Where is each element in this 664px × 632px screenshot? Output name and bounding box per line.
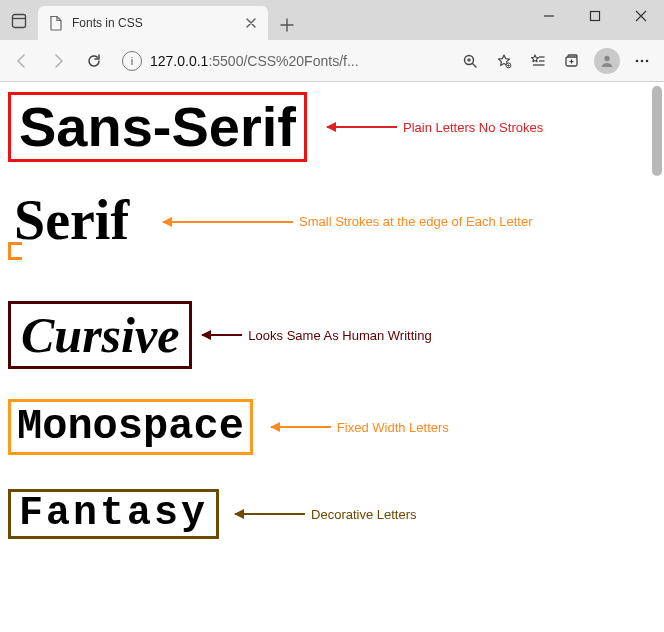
plus-icon <box>280 18 294 32</box>
toolbar-right <box>454 45 658 77</box>
arrow-left-icon <box>235 513 305 515</box>
vertical-scrollbar-thumb[interactable] <box>652 86 662 176</box>
arrow-left-icon <box>327 126 397 128</box>
browser-tab-active[interactable]: Fonts in CSS <box>38 6 268 40</box>
annotation-fantasy: Decorative Letters <box>235 507 417 522</box>
font-row-sans-serif: Sans-Serif Plain Letters No Strokes <box>8 92 656 162</box>
page-viewport: Sans-Serif Plain Letters No Strokes Seri… <box>0 82 664 632</box>
document-icon <box>48 15 64 31</box>
url-text: 127.0.0.1:5500/CSS%20Fonts/f... <box>150 53 446 69</box>
zoom-icon <box>462 53 478 69</box>
window-controls <box>526 0 664 32</box>
favorite-button[interactable] <box>488 45 520 77</box>
font-row-fantasy: Fantasy Decorative Letters <box>8 489 656 539</box>
tabs-panel-icon <box>11 13 27 29</box>
window-titlebar: Fonts in CSS <box>0 0 664 40</box>
svg-line-5 <box>473 63 477 67</box>
profile-button[interactable] <box>594 48 620 74</box>
arrow-right-icon <box>50 53 66 69</box>
tab-close-button[interactable] <box>242 14 260 32</box>
star-plus-icon <box>496 53 512 69</box>
back-button[interactable] <box>6 45 38 77</box>
arrow-left-icon <box>163 221 293 223</box>
zoom-button[interactable] <box>454 45 486 77</box>
browser-toolbar: i 127.0.0.1:5500/CSS%20Fonts/f... <box>0 40 664 82</box>
close-icon <box>246 18 256 28</box>
reload-button[interactable] <box>78 45 110 77</box>
annotation-sans-serif: Plain Letters No Strokes <box>327 120 543 135</box>
annotation-monospace: Fixed Width Letters <box>271 420 449 435</box>
tab-title: Fonts in CSS <box>72 16 234 30</box>
new-tab-button[interactable] <box>272 10 302 40</box>
svg-point-19 <box>641 59 644 62</box>
minimize-icon <box>543 10 555 22</box>
maximize-icon <box>589 10 601 22</box>
dots-icon <box>634 53 650 69</box>
forward-button[interactable] <box>42 45 74 77</box>
highlight-bracket <box>8 242 22 260</box>
annotation-cursive: Looks Same As Human Writting <box>202 328 431 343</box>
sample-sans-serif: Sans-Serif <box>8 92 307 162</box>
window-minimize-button[interactable] <box>526 0 572 32</box>
svg-rect-0 <box>13 15 26 28</box>
collections-icon <box>564 53 580 69</box>
arrow-left-icon <box>271 426 331 428</box>
svg-rect-3 <box>591 12 600 21</box>
close-icon <box>635 10 647 22</box>
menu-button[interactable] <box>626 45 658 77</box>
sample-monospace: Monospace <box>8 399 253 455</box>
annotation-serif: Small Strokes at the edge of Each Letter <box>163 214 532 229</box>
font-row-serif: Serif Small Strokes at the edge of Each … <box>8 192 656 251</box>
favorites-list-button[interactable] <box>522 45 554 77</box>
profile-icon <box>599 53 615 69</box>
arrow-left-icon <box>202 334 242 336</box>
sample-serif: Serif <box>8 192 135 251</box>
star-list-icon <box>530 53 546 69</box>
sample-cursive: Cursive <box>8 301 192 369</box>
font-row-cursive: Cursive Looks Same As Human Writting <box>8 301 656 369</box>
info-icon: i <box>131 55 133 67</box>
arrow-left-icon <box>14 53 30 69</box>
reload-icon <box>86 53 102 69</box>
sample-fantasy: Fantasy <box>8 489 219 539</box>
svg-point-20 <box>646 59 649 62</box>
window-maximize-button[interactable] <box>572 0 618 32</box>
address-bar[interactable]: i 127.0.0.1:5500/CSS%20Fonts/f... <box>114 46 450 76</box>
svg-point-18 <box>636 59 639 62</box>
tabs-panel-button[interactable] <box>0 2 38 40</box>
font-row-monospace: Monospace Fixed Width Letters <box>8 399 656 455</box>
site-info-button[interactable]: i <box>122 51 142 71</box>
collections-button[interactable] <box>556 45 588 77</box>
window-close-button[interactable] <box>618 0 664 32</box>
svg-point-17 <box>604 55 609 60</box>
